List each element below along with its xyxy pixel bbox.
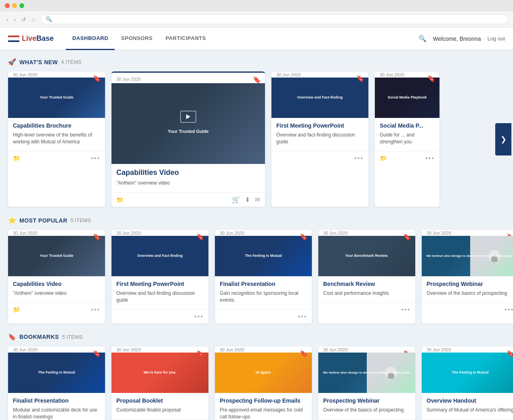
card-date: 30 Jun 2020	[215, 227, 249, 237]
whats-new-section: 🚀 WHAT'S NEW 4 ITEMS 30 Jun 2020 🔖 Your …	[8, 58, 505, 207]
card-bookmark-button[interactable]: 🔖	[507, 350, 513, 357]
card-body: Prospecting Webinar Overview of the basi…	[318, 393, 415, 418]
card-bookmark-button[interactable]: 🔖	[196, 233, 204, 241]
card-more-button[interactable]: •••	[298, 313, 307, 320]
card-body: Capabilities Video "Anthem" overview vid…	[8, 276, 105, 301]
folder-icon[interactable]: 📁	[13, 155, 21, 162]
card-body: Overview Handout Summary of Mutual of Am…	[422, 393, 513, 418]
card-desc: Guide for ... and strengthen you	[380, 132, 435, 145]
card-date: 30 Jun 2020	[375, 71, 409, 79]
share-button[interactable]: ✉	[255, 196, 260, 204]
browser-forward[interactable]: ›	[13, 15, 18, 23]
card-thumbnail: We believe also design is done best with…	[422, 236, 513, 276]
bookmarks-header: 🔖 BOOKMARKS 5 ITEMS	[8, 333, 505, 341]
card-thumbnail: We believe also design is done best with…	[318, 353, 415, 393]
card-subtitle: "Anthem" overview video	[116, 180, 260, 187]
next-arrow[interactable]: ❯	[495, 123, 511, 155]
card-bookmark-button[interactable]: 🔖	[93, 233, 101, 241]
folder-icon[interactable]: 📁	[380, 155, 387, 162]
card-desc: "Anthem" overview video	[13, 290, 100, 297]
card-bookmark-button[interactable]: 🔖	[196, 350, 204, 357]
card-footer: •••	[215, 309, 312, 323]
card-body: Proposal Booklet Customizable finalist p…	[111, 393, 208, 418]
card-thumbnail: We're here for you.	[111, 353, 208, 393]
nav-tab-dashboard[interactable]: DASHBOARD	[66, 27, 115, 50]
card-bookmark-button[interactable]: 🔖	[356, 75, 364, 82]
download-button[interactable]: ⬇	[245, 196, 250, 204]
card-footer: 📁 •••	[8, 302, 105, 317]
os-dot-maximize	[19, 3, 24, 8]
whats-new-icon: 🚀	[8, 58, 16, 66]
card-capabilities-brochure: 30 Jun 2020 🔖 Your Trusted Guide Capabil…	[8, 71, 105, 207]
card-title: Capabilities Brochure	[13, 122, 100, 129]
card-title: Proposal Booklet	[116, 397, 204, 404]
card-actions: 🛒 ⬇ ✉	[232, 196, 260, 204]
card-bm-finalist: 30 Jun 2020 🔖 The Feeling Is Mutual Fina…	[8, 346, 105, 420]
card-mp-benchmark: 30 Jun 2020 🔖 Your Benchmark Review. Ben…	[318, 230, 415, 323]
card-thumbnail: Hi again!	[215, 353, 312, 393]
card-more-button[interactable]: •••	[91, 306, 100, 313]
card-mp-cap-video: 30 Jun 2020 🔖 Your Trusted Guide Capabil…	[8, 230, 105, 323]
card-desc: Overview and fact-finding discussion gui…	[116, 290, 204, 304]
card-bookmark-button[interactable]: 🔖	[427, 75, 435, 82]
card-date: 30 Jun 2020	[215, 343, 249, 354]
card-body: First Meeting PowerPoint Overview and fa…	[271, 118, 368, 149]
card-bookmark-button[interactable]: 🔖	[93, 75, 101, 82]
most-popular-icon: ⭐	[8, 216, 16, 224]
most-popular-header: ⭐ MOST POPULAR 5 ITEMS	[8, 216, 505, 224]
browser-search-icon: 🔍	[46, 16, 52, 22]
card-date: 30 Jun 2020	[111, 73, 265, 83]
card-body: First Meeting PowerPoint Overview and fa…	[111, 276, 208, 308]
card-desc: Customizable finalist proposal	[116, 407, 204, 414]
card-bookmark-button[interactable]: 🔖	[300, 233, 308, 241]
card-thumbnail: Overview and Fact-finding	[111, 236, 208, 276]
card-bookmark-button[interactable]: 🔖	[403, 233, 411, 241]
card-date: 30 Jun 2020	[111, 343, 146, 354]
nav-tab-sponsors[interactable]: SPONSORS	[115, 27, 159, 50]
card-more-button[interactable]: •••	[505, 306, 513, 313]
thumb-text: The Feeling Is Mutual	[242, 251, 284, 261]
card-mp-finalist: 30 Jun 2020 🔖 The Feeling Is Mutual Fina…	[215, 230, 312, 323]
card-desc: Summary of Mutual of America's offering	[427, 407, 513, 414]
card-date: 30 Jun 2020	[318, 227, 353, 237]
card-social-media: 30 Jun 2020 🔖 Social Media Playbook Soci…	[375, 71, 439, 207]
card-more-button[interactable]: •••	[194, 313, 204, 320]
card-more-button[interactable]: •••	[425, 155, 435, 162]
card-more-button[interactable]: •••	[354, 155, 364, 162]
card-bookmark-button[interactable]: 🔖	[300, 350, 308, 357]
card-title: Overview Handout	[427, 397, 513, 404]
browser-home[interactable]: ⌂	[30, 15, 37, 23]
browser-refresh[interactable]: ↺	[20, 15, 28, 23]
card-title: Prospecting Webinar	[427, 280, 513, 288]
logout-button[interactable]: Log out	[488, 36, 505, 42]
folder-icon[interactable]: 📁	[116, 196, 124, 204]
card-title: Benchmark Review	[323, 280, 410, 288]
card-footer: •••	[111, 309, 208, 323]
card-footer: 📁 🛒 ⬇ ✉	[111, 192, 265, 207]
nav-tab-participants[interactable]: PARTICIPANTS	[159, 27, 212, 50]
card-more-button[interactable]: •••	[91, 155, 100, 162]
card-first-meeting: 30 Jun 2020 🔖 Overview and Fact-finding …	[271, 71, 368, 207]
card-thumbnail: Overview and Fact-finding	[271, 78, 368, 118]
card-bookmark-button[interactable]: 🔖	[93, 350, 101, 357]
card-bookmark-button[interactable]: 🔖	[253, 76, 261, 84]
card-body: Capabilities Video "Anthem" overview vid…	[111, 164, 265, 191]
thumb-text: Your Benchmark Review.	[343, 251, 391, 261]
card-more-button[interactable]: •••	[401, 306, 410, 313]
thumb-text: The Feeling Is Mutual	[449, 368, 491, 378]
card-title: Capabilities Video	[116, 168, 260, 177]
whats-new-cards: 30 Jun 2020 🔖 Your Trusted Guide Capabil…	[8, 71, 505, 207]
card-thumbnail: The Feeling Is Mutual	[8, 353, 105, 393]
thumb-text: Overview and Fact-finding	[135, 251, 185, 261]
search-icon[interactable]: 🔍	[418, 35, 427, 42]
browser-back[interactable]: ‹	[5, 15, 10, 23]
folder-icon[interactable]: 📁	[13, 306, 21, 313]
card-mp-webinar: 30 Jun 2020 🔖 We believe also design is …	[422, 230, 513, 323]
cart-button[interactable]: 🛒	[232, 196, 240, 204]
card-body: Finalist Presentation Modular and custom…	[8, 393, 105, 420]
card-footer: 📁 •••	[8, 151, 105, 165]
card-footer: •••	[318, 302, 415, 317]
browser-search-bar[interactable]: 🔍	[40, 14, 508, 24]
card-title: Finalist Presentation	[13, 397, 100, 404]
card-body: Finalist Presentation Gain recognition f…	[215, 276, 312, 308]
